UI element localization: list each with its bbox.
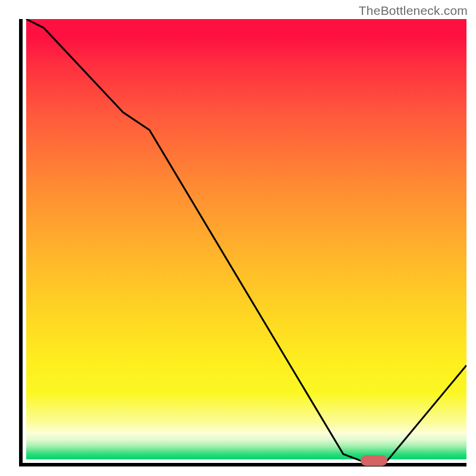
chart-plot-area bbox=[19, 19, 466, 466]
chart-gradient-bg bbox=[26, 19, 466, 459]
optimal-marker bbox=[361, 455, 387, 466]
watermark-text: TheBottleneck.com bbox=[359, 4, 468, 18]
